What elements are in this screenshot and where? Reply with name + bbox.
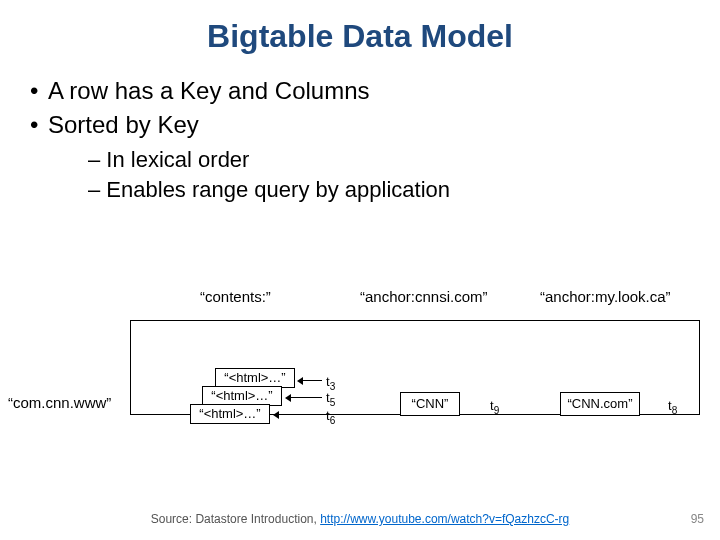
- bullet-item: •A row has a Key and Columns: [30, 77, 720, 105]
- column-header-anchor-mylook: “anchor:my.look.ca”: [540, 288, 671, 305]
- sub-bullet-item: – Enables range query by application: [88, 177, 720, 203]
- arrow-icon: [290, 397, 322, 398]
- cell-contents-t6: “<html>…”: [190, 404, 270, 424]
- cell-anchor-cnn-com: “CNN.com”: [560, 392, 640, 416]
- column-header-contents: “contents:”: [200, 288, 271, 305]
- slide-title: Bigtable Data Model: [0, 0, 720, 55]
- arrow-icon: [302, 380, 322, 381]
- timestamp-t8: t8: [668, 398, 677, 416]
- timestamp-t6: t6: [326, 408, 335, 426]
- sub-bullet-text: In lexical order: [106, 147, 249, 172]
- source-link[interactable]: http://www.youtube.com/watch?v=fQazhzcC-…: [320, 512, 569, 526]
- bullet-list: •A row has a Key and Columns •Sorted by …: [30, 77, 720, 203]
- sub-bullet-item: – In lexical order: [88, 147, 720, 173]
- page-number: 95: [691, 512, 704, 526]
- sub-bullet-list: – In lexical order – Enables range query…: [88, 147, 720, 203]
- bullet-text: Sorted by Key: [48, 111, 199, 138]
- arrow-icon: [278, 414, 322, 415]
- timestamp-t3: t3: [326, 374, 335, 392]
- timestamp-t5: t5: [326, 390, 335, 408]
- row-key-label: “com.cnn.www”: [8, 394, 111, 411]
- column-header-anchor-cnnsi: “anchor:cnnsi.com”: [360, 288, 488, 305]
- bullet-text: A row has a Key and Columns: [48, 77, 370, 104]
- sub-bullet-text: Enables range query by application: [106, 177, 450, 202]
- timestamp-t9: t9: [490, 398, 499, 416]
- source-footer: Source: Datastore Introduction, http://w…: [0, 512, 720, 526]
- footer-prefix: Source: Datastore Introduction,: [151, 512, 320, 526]
- bullet-item: •Sorted by Key: [30, 111, 720, 139]
- cell-anchor-cnn: “CNN”: [400, 392, 460, 416]
